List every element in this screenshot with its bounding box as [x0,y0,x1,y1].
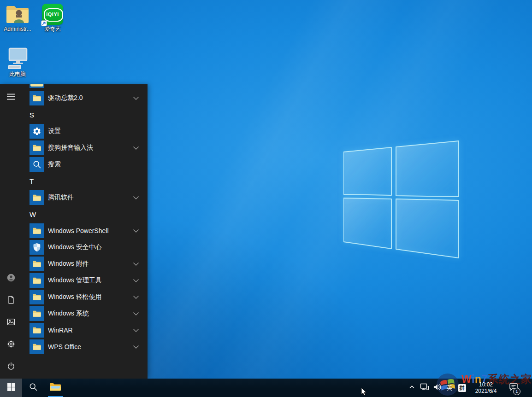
file-explorer-icon [49,382,61,394]
ime-pinyin-button[interactable]: 拼 [456,379,467,397]
action-center-button[interactable]: 1 [505,379,522,397]
folder-icon [30,257,44,271]
start-app-row[interactable]: 搜狗拼音输入法 [22,140,148,156]
start-app-row[interactable]: Windows 轻松使用 [22,289,148,305]
user-folder-icon [5,3,30,25]
show-desktop-button[interactable] [523,379,532,397]
notification-badge: 1 [513,388,520,395]
partial-app-tile[interactable] [30,84,44,88]
document-icon [7,296,15,306]
app-label: 腾讯软件 [48,193,74,202]
hamburger-icon [6,92,16,103]
start-button[interactable] [0,379,22,397]
shortcut-arrow-icon [41,20,47,26]
start-app-row[interactable]: WinRAR [22,322,148,339]
desktop-icon-iqiyi[interactable]: iQIYI 爱奇艺 [36,4,69,32]
pictures-icon [7,318,15,328]
expand-chevron-icon[interactable] [133,295,139,299]
desktop-icon-label: Administr... [4,26,31,32]
folder-icon [30,273,44,288]
app-label: 驱动总裁2.0 [48,94,83,102]
app-label: Windows 管理工具 [48,276,102,285]
expand-chevron-icon[interactable] [133,195,139,200]
volume-icon [433,383,442,393]
tray-clock[interactable]: 10:02 2021/6/4 [468,379,503,397]
expand-chevron-icon[interactable] [133,228,139,233]
ime-language-button[interactable]: 英 [444,379,455,397]
section-letter: S [30,111,34,119]
settings-gear-icon [7,340,15,350]
folder-icon [30,323,44,338]
expand-chevron-icon[interactable] [133,146,139,150]
computer-icon [6,47,29,70]
power-button[interactable] [6,363,17,371]
start-app-row[interactable]: WPS Office [22,339,148,355]
start-app-row[interactable]: 腾讯软件 [22,189,148,206]
folder-icon [30,190,44,205]
folder-icon [30,223,44,238]
start-app-row[interactable]: Windows 系统 [22,305,148,322]
desktop-icon-administrator[interactable]: Administr... [1,3,34,32]
start-app-row[interactable]: 驱动总裁2.0 [22,90,148,106]
system-tray: 英 拼 10:02 2021/6/4 1 [408,379,532,397]
start-menu: 驱动总裁2.0S设置搜狗拼音输入法搜索T腾讯软件WWindows PowerSh… [0,84,148,379]
section-header[interactable]: S [22,106,148,123]
settings-button[interactable] [6,341,17,349]
chevron-up-icon [408,384,415,392]
windows-flag-wallpaper-logo [343,140,460,259]
desktop-icon-this-pc[interactable]: 此电脑 [1,47,34,77]
desktop-screen: Administr... iQIYI 爱奇艺 此电脑 驱动总裁2.0S设置搜狗拼… [0,0,532,397]
network-icon [420,383,429,393]
app-label: WPS Office [48,343,81,350]
user-avatar-button[interactable] [6,274,17,283]
app-label: 设置 [48,127,61,135]
volume-tray-button[interactable] [432,379,443,397]
start-menu-app-list: 驱动总裁2.0S设置搜狗拼音输入法搜索T腾讯软件WWindows PowerSh… [22,84,148,379]
pictures-button[interactable] [6,319,17,327]
app-label: Windows 安全中心 [48,243,102,251]
folder-icon [30,91,44,105]
desktop-icon-label: 此电脑 [9,71,26,77]
start-app-row[interactable]: Windows 安全中心 [22,239,148,256]
expand-chevron-icon[interactable] [133,344,139,349]
ime-pinyin-badge: 拼 [458,384,466,392]
power-icon [7,362,15,372]
start-menu-rail [0,84,22,379]
folder-icon [30,84,44,88]
expand-chevron-icon[interactable] [133,328,139,333]
taskbar-file-explorer-button[interactable] [44,379,66,397]
gear-icon [30,124,44,139]
hamburger-menu-button[interactable] [6,93,17,102]
expand-chevron-icon[interactable] [133,311,139,316]
section-header[interactable]: W [22,206,148,222]
app-label: Windows 系统 [48,309,89,318]
start-app-row[interactable]: 设置 [22,123,148,140]
app-label: Windows 轻松使用 [48,293,102,301]
folder-icon [30,339,44,354]
iqiyi-logo-text: iQIYI [46,12,59,17]
expand-chevron-icon[interactable] [133,262,139,266]
start-app-row[interactable]: Windows 附件 [22,256,148,272]
expand-chevron-icon[interactable] [133,278,139,283]
app-label: Windows 附件 [48,260,89,268]
expand-chevron-icon[interactable] [133,96,139,100]
tray-expand-button[interactable] [406,379,418,397]
section-letter: T [30,177,34,185]
app-label: Windows PowerShell [48,227,109,234]
start-app-row[interactable]: Windows PowerShell [22,222,148,239]
section-header[interactable]: T [22,173,148,189]
start-app-row[interactable]: 搜索 [22,156,148,173]
app-label: WinRAR [48,327,73,334]
start-app-row[interactable]: Windows 管理工具 [22,272,148,289]
taskbar: 英 拼 10:02 2021/6/4 1 [0,379,532,397]
tray-date: 2021/6/4 [475,388,497,394]
search-icon [30,157,44,172]
documents-button[interactable] [6,297,17,305]
folder-icon [30,290,44,304]
network-tray-button[interactable] [419,379,431,397]
app-label: 搜索 [48,160,61,169]
taskbar-search-button[interactable] [22,379,44,397]
section-letter: W [30,210,36,218]
app-label: 搜狗拼音输入法 [48,144,93,152]
search-icon [29,382,38,393]
